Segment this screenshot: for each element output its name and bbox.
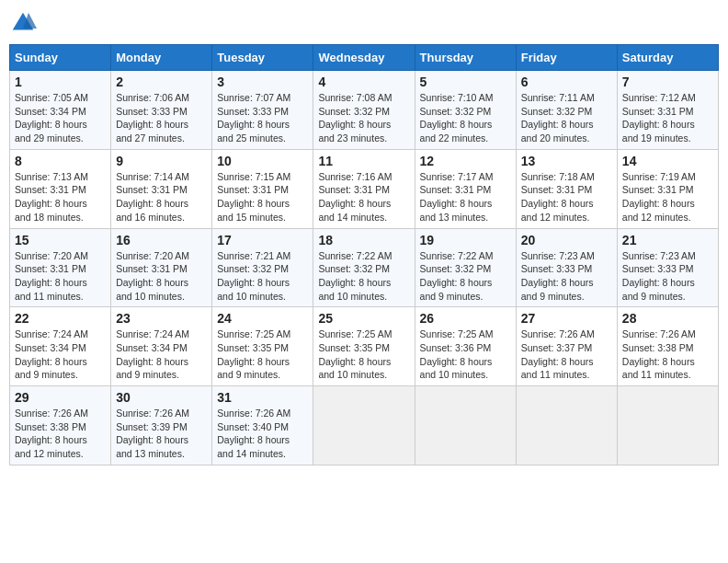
day-number: 22 bbox=[15, 311, 106, 326]
day-info: Sunrise: 7:20 AM Sunset: 3:31 PM Dayligh… bbox=[116, 249, 207, 304]
day-cell: 19Sunrise: 7:22 AM Sunset: 3:32 PM Dayli… bbox=[415, 228, 516, 307]
day-info: Sunrise: 7:16 AM Sunset: 3:31 PM Dayligh… bbox=[318, 170, 409, 224]
day-cell: 20Sunrise: 7:23 AM Sunset: 3:33 PM Dayli… bbox=[516, 228, 617, 307]
day-info: Sunrise: 7:23 AM Sunset: 3:33 PM Dayligh… bbox=[622, 249, 713, 304]
day-cell: 25Sunrise: 7:25 AM Sunset: 3:35 PM Dayli… bbox=[313, 307, 415, 386]
day-cell: 5Sunrise: 7:10 AM Sunset: 3:32 PM Daylig… bbox=[415, 71, 516, 150]
day-cell: 21Sunrise: 7:23 AM Sunset: 3:33 PM Dayli… bbox=[617, 228, 718, 307]
header-sunday: Sunday bbox=[10, 45, 111, 71]
day-number: 20 bbox=[521, 233, 612, 247]
day-number: 12 bbox=[420, 154, 511, 168]
day-cell: 18Sunrise: 7:22 AM Sunset: 3:32 PM Dayli… bbox=[313, 228, 415, 307]
day-info: Sunrise: 7:18 AM Sunset: 3:31 PM Dayligh… bbox=[521, 170, 612, 224]
header-row: SundayMondayTuesdayWednesdayThursdayFrid… bbox=[10, 45, 719, 71]
day-cell: 24Sunrise: 7:25 AM Sunset: 3:35 PM Dayli… bbox=[212, 307, 313, 386]
day-cell: 14Sunrise: 7:19 AM Sunset: 3:31 PM Dayli… bbox=[617, 149, 718, 228]
week-row-1: 1Sunrise: 7:05 AM Sunset: 3:34 PM Daylig… bbox=[10, 71, 719, 150]
day-number: 2 bbox=[116, 75, 207, 89]
day-cell: 31Sunrise: 7:26 AM Sunset: 3:40 PM Dayli… bbox=[212, 386, 313, 465]
day-cell: 1Sunrise: 7:05 AM Sunset: 3:34 PM Daylig… bbox=[10, 71, 111, 150]
day-number: 6 bbox=[521, 75, 612, 89]
day-number: 9 bbox=[116, 154, 207, 168]
day-number: 1 bbox=[15, 75, 106, 89]
day-info: Sunrise: 7:26 AM Sunset: 3:37 PM Dayligh… bbox=[521, 327, 612, 382]
header-friday: Friday bbox=[516, 45, 617, 71]
day-number: 13 bbox=[521, 154, 612, 168]
day-cell: 9Sunrise: 7:14 AM Sunset: 3:31 PM Daylig… bbox=[111, 149, 212, 228]
day-cell: 11Sunrise: 7:16 AM Sunset: 3:31 PM Dayli… bbox=[313, 149, 415, 228]
header-tuesday: Tuesday bbox=[212, 45, 313, 71]
day-number: 29 bbox=[15, 390, 106, 405]
page-header bbox=[9, 9, 719, 37]
day-number: 5 bbox=[420, 75, 511, 89]
calendar-table: SundayMondayTuesdayWednesdayThursdayFrid… bbox=[9, 44, 719, 465]
day-info: Sunrise: 7:15 AM Sunset: 3:31 PM Dayligh… bbox=[217, 170, 308, 224]
day-info: Sunrise: 7:22 AM Sunset: 3:32 PM Dayligh… bbox=[318, 249, 409, 304]
day-cell: 15Sunrise: 7:20 AM Sunset: 3:31 PM Dayli… bbox=[10, 228, 111, 307]
day-info: Sunrise: 7:10 AM Sunset: 3:32 PM Dayligh… bbox=[420, 91, 511, 145]
week-row-3: 15Sunrise: 7:20 AM Sunset: 3:31 PM Dayli… bbox=[10, 228, 719, 307]
day-cell: 13Sunrise: 7:18 AM Sunset: 3:31 PM Dayli… bbox=[516, 149, 617, 228]
day-cell: 6Sunrise: 7:11 AM Sunset: 3:32 PM Daylig… bbox=[516, 71, 617, 150]
day-cell: 4Sunrise: 7:08 AM Sunset: 3:32 PM Daylig… bbox=[313, 71, 415, 150]
day-info: Sunrise: 7:26 AM Sunset: 3:39 PM Dayligh… bbox=[116, 407, 207, 461]
day-cell: 16Sunrise: 7:20 AM Sunset: 3:31 PM Dayli… bbox=[111, 228, 212, 307]
day-number: 17 bbox=[217, 233, 308, 247]
day-cell bbox=[516, 386, 617, 465]
day-info: Sunrise: 7:26 AM Sunset: 3:40 PM Dayligh… bbox=[217, 407, 308, 461]
week-row-5: 29Sunrise: 7:26 AM Sunset: 3:38 PM Dayli… bbox=[10, 386, 719, 465]
day-cell: 3Sunrise: 7:07 AM Sunset: 3:33 PM Daylig… bbox=[212, 71, 313, 150]
week-row-4: 22Sunrise: 7:24 AM Sunset: 3:34 PM Dayli… bbox=[10, 307, 719, 386]
day-number: 23 bbox=[116, 311, 207, 326]
day-info: Sunrise: 7:24 AM Sunset: 3:34 PM Dayligh… bbox=[15, 327, 106, 382]
day-info: Sunrise: 7:21 AM Sunset: 3:32 PM Dayligh… bbox=[217, 249, 308, 304]
day-info: Sunrise: 7:14 AM Sunset: 3:31 PM Dayligh… bbox=[116, 170, 207, 224]
day-info: Sunrise: 7:08 AM Sunset: 3:32 PM Dayligh… bbox=[318, 91, 409, 145]
day-number: 28 bbox=[622, 311, 713, 326]
day-info: Sunrise: 7:19 AM Sunset: 3:31 PM Dayligh… bbox=[622, 170, 713, 224]
day-info: Sunrise: 7:13 AM Sunset: 3:31 PM Dayligh… bbox=[15, 170, 106, 224]
day-number: 14 bbox=[622, 154, 713, 168]
day-info: Sunrise: 7:20 AM Sunset: 3:31 PM Dayligh… bbox=[15, 249, 106, 304]
day-cell: 23Sunrise: 7:24 AM Sunset: 3:34 PM Dayli… bbox=[111, 307, 212, 386]
day-info: Sunrise: 7:12 AM Sunset: 3:31 PM Dayligh… bbox=[622, 91, 713, 145]
day-cell: 17Sunrise: 7:21 AM Sunset: 3:32 PM Dayli… bbox=[212, 228, 313, 307]
day-info: Sunrise: 7:25 AM Sunset: 3:35 PM Dayligh… bbox=[318, 327, 409, 382]
day-number: 30 bbox=[116, 390, 207, 405]
header-wednesday: Wednesday bbox=[313, 45, 415, 71]
week-row-2: 8Sunrise: 7:13 AM Sunset: 3:31 PM Daylig… bbox=[10, 149, 719, 228]
header-saturday: Saturday bbox=[617, 45, 718, 71]
day-info: Sunrise: 7:22 AM Sunset: 3:32 PM Dayligh… bbox=[420, 249, 511, 304]
day-cell: 30Sunrise: 7:26 AM Sunset: 3:39 PM Dayli… bbox=[111, 386, 212, 465]
logo-icon bbox=[9, 9, 37, 37]
day-number: 3 bbox=[217, 75, 308, 89]
day-cell: 8Sunrise: 7:13 AM Sunset: 3:31 PM Daylig… bbox=[10, 149, 111, 228]
day-number: 8 bbox=[15, 154, 106, 168]
day-number: 31 bbox=[217, 390, 308, 405]
day-number: 24 bbox=[217, 311, 308, 326]
day-number: 25 bbox=[318, 311, 409, 326]
day-info: Sunrise: 7:05 AM Sunset: 3:34 PM Dayligh… bbox=[15, 91, 106, 145]
day-number: 21 bbox=[622, 233, 713, 247]
day-info: Sunrise: 7:06 AM Sunset: 3:33 PM Dayligh… bbox=[116, 91, 207, 145]
day-number: 7 bbox=[622, 75, 713, 89]
day-number: 11 bbox=[318, 154, 409, 168]
day-cell: 28Sunrise: 7:26 AM Sunset: 3:38 PM Dayli… bbox=[617, 307, 718, 386]
day-number: 15 bbox=[15, 233, 106, 247]
day-info: Sunrise: 7:26 AM Sunset: 3:38 PM Dayligh… bbox=[15, 407, 106, 461]
day-number: 16 bbox=[116, 233, 207, 247]
day-number: 26 bbox=[420, 311, 511, 326]
day-info: Sunrise: 7:07 AM Sunset: 3:33 PM Dayligh… bbox=[217, 91, 308, 145]
day-info: Sunrise: 7:25 AM Sunset: 3:36 PM Dayligh… bbox=[420, 327, 511, 382]
day-cell bbox=[415, 386, 516, 465]
day-info: Sunrise: 7:23 AM Sunset: 3:33 PM Dayligh… bbox=[521, 249, 612, 304]
day-cell: 12Sunrise: 7:17 AM Sunset: 3:31 PM Dayli… bbox=[415, 149, 516, 228]
header-monday: Monday bbox=[111, 45, 212, 71]
day-cell: 10Sunrise: 7:15 AM Sunset: 3:31 PM Dayli… bbox=[212, 149, 313, 228]
day-info: Sunrise: 7:25 AM Sunset: 3:35 PM Dayligh… bbox=[217, 327, 308, 382]
day-info: Sunrise: 7:17 AM Sunset: 3:31 PM Dayligh… bbox=[420, 170, 511, 224]
day-cell bbox=[617, 386, 718, 465]
day-cell: 27Sunrise: 7:26 AM Sunset: 3:37 PM Dayli… bbox=[516, 307, 617, 386]
day-info: Sunrise: 7:11 AM Sunset: 3:32 PM Dayligh… bbox=[521, 91, 612, 145]
day-cell: 26Sunrise: 7:25 AM Sunset: 3:36 PM Dayli… bbox=[415, 307, 516, 386]
